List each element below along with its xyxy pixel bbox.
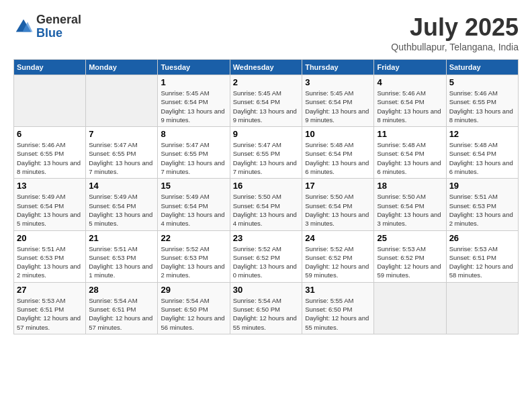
- day-cell: 14Sunrise: 5:49 AM Sunset: 6:54 PM Dayli…: [86, 179, 158, 230]
- week-row-2: 13Sunrise: 5:49 AM Sunset: 6:54 PM Dayli…: [14, 179, 519, 230]
- day-cell: 5Sunrise: 5:46 AM Sunset: 6:55 PM Daylig…: [446, 75, 518, 127]
- day-info: Sunrise: 5:52 AM Sunset: 6:52 PM Dayligh…: [233, 244, 299, 280]
- day-number: 30: [233, 285, 299, 295]
- day-number: 28: [89, 285, 154, 295]
- day-info: Sunrise: 5:48 AM Sunset: 6:54 PM Dayligh…: [377, 140, 443, 176]
- day-number: 2: [233, 77, 299, 87]
- logo: General Blue: [13, 13, 81, 40]
- day-cell: 24Sunrise: 5:52 AM Sunset: 6:52 PM Dayli…: [302, 230, 374, 282]
- day-number: 22: [161, 233, 226, 243]
- day-cell: 8Sunrise: 5:47 AM Sunset: 6:55 PM Daylig…: [158, 127, 230, 179]
- day-cell: 12Sunrise: 5:48 AM Sunset: 6:54 PM Dayli…: [446, 127, 518, 179]
- day-number: 12: [449, 129, 515, 139]
- day-cell: [374, 282, 446, 334]
- day-info: Sunrise: 5:51 AM Sunset: 6:53 PM Dayligh…: [89, 244, 154, 280]
- day-cell: 30Sunrise: 5:54 AM Sunset: 6:50 PM Dayli…: [230, 282, 302, 334]
- day-info: Sunrise: 5:53 AM Sunset: 6:52 PM Dayligh…: [377, 244, 443, 280]
- day-info: Sunrise: 5:48 AM Sunset: 6:54 PM Dayligh…: [305, 140, 371, 176]
- day-number: 9: [233, 129, 299, 139]
- day-info: Sunrise: 5:47 AM Sunset: 6:55 PM Dayligh…: [233, 140, 299, 176]
- header-cell-friday: Friday: [374, 60, 446, 75]
- day-cell: 17Sunrise: 5:50 AM Sunset: 6:54 PM Dayli…: [302, 179, 374, 230]
- day-info: Sunrise: 5:47 AM Sunset: 6:55 PM Dayligh…: [161, 140, 226, 176]
- day-info: Sunrise: 5:47 AM Sunset: 6:55 PM Dayligh…: [89, 140, 154, 176]
- day-cell: 29Sunrise: 5:54 AM Sunset: 6:50 PM Dayli…: [158, 282, 230, 334]
- day-info: Sunrise: 5:46 AM Sunset: 6:54 PM Dayligh…: [377, 89, 443, 124]
- day-cell: 16Sunrise: 5:50 AM Sunset: 6:54 PM Dayli…: [230, 179, 302, 230]
- header-cell-sunday: Sunday: [14, 60, 86, 75]
- day-cell: 27Sunrise: 5:53 AM Sunset: 6:51 PM Dayli…: [14, 282, 86, 334]
- day-cell: 28Sunrise: 5:54 AM Sunset: 6:51 PM Dayli…: [86, 282, 158, 334]
- day-number: 24: [305, 233, 371, 243]
- day-cell: 18Sunrise: 5:50 AM Sunset: 6:54 PM Dayli…: [374, 179, 446, 230]
- header-cell-wednesday: Wednesday: [230, 60, 302, 75]
- day-info: Sunrise: 5:53 AM Sunset: 6:51 PM Dayligh…: [449, 244, 515, 280]
- day-cell: 1Sunrise: 5:45 AM Sunset: 6:54 PM Daylig…: [158, 75, 230, 127]
- day-info: Sunrise: 5:46 AM Sunset: 6:55 PM Dayligh…: [17, 140, 83, 176]
- day-info: Sunrise: 5:51 AM Sunset: 6:53 PM Dayligh…: [449, 192, 515, 228]
- day-number: 20: [17, 233, 83, 243]
- week-row-4: 27Sunrise: 5:53 AM Sunset: 6:51 PM Dayli…: [14, 282, 519, 334]
- day-cell: 6Sunrise: 5:46 AM Sunset: 6:55 PM Daylig…: [14, 127, 86, 179]
- logo-text: General Blue: [36, 13, 81, 40]
- day-number: 18: [377, 181, 443, 191]
- title-block: July 2025 Quthbullapur, Telangana, India: [391, 13, 519, 52]
- day-number: 8: [161, 129, 226, 139]
- calendar-body: 1Sunrise: 5:45 AM Sunset: 6:54 PM Daylig…: [14, 75, 519, 334]
- day-info: Sunrise: 5:45 AM Sunset: 6:54 PM Dayligh…: [305, 89, 371, 124]
- day-info: Sunrise: 5:50 AM Sunset: 6:54 PM Dayligh…: [305, 192, 371, 228]
- day-cell: 13Sunrise: 5:49 AM Sunset: 6:54 PM Dayli…: [14, 179, 86, 230]
- day-cell: 19Sunrise: 5:51 AM Sunset: 6:53 PM Dayli…: [446, 179, 518, 230]
- day-number: 23: [233, 233, 299, 243]
- day-cell: 10Sunrise: 5:48 AM Sunset: 6:54 PM Dayli…: [302, 127, 374, 179]
- day-info: Sunrise: 5:52 AM Sunset: 6:52 PM Dayligh…: [305, 244, 371, 280]
- day-info: Sunrise: 5:49 AM Sunset: 6:54 PM Dayligh…: [161, 192, 226, 228]
- day-number: 14: [89, 181, 154, 191]
- day-info: Sunrise: 5:55 AM Sunset: 6:50 PM Dayligh…: [305, 296, 371, 332]
- day-info: Sunrise: 5:53 AM Sunset: 6:51 PM Dayligh…: [17, 296, 83, 332]
- day-cell: 25Sunrise: 5:53 AM Sunset: 6:52 PM Dayli…: [374, 230, 446, 282]
- logo-blue: Blue: [36, 27, 81, 40]
- day-cell: 2Sunrise: 5:45 AM Sunset: 6:54 PM Daylig…: [230, 75, 302, 127]
- day-cell: 11Sunrise: 5:48 AM Sunset: 6:54 PM Dayli…: [374, 127, 446, 179]
- header-cell-tuesday: Tuesday: [158, 60, 230, 75]
- header-row: SundayMondayTuesdayWednesdayThursdayFrid…: [14, 60, 519, 75]
- day-number: 13: [17, 181, 83, 191]
- calendar-table: SundayMondayTuesdayWednesdayThursdayFrid…: [13, 59, 519, 334]
- day-cell: 4Sunrise: 5:46 AM Sunset: 6:54 PM Daylig…: [374, 75, 446, 127]
- page-header: General Blue July 2025 Quthbullapur, Tel…: [13, 13, 519, 52]
- day-cell: 9Sunrise: 5:47 AM Sunset: 6:55 PM Daylig…: [230, 127, 302, 179]
- month-title: July 2025: [391, 13, 519, 42]
- day-cell: 3Sunrise: 5:45 AM Sunset: 6:54 PM Daylig…: [302, 75, 374, 127]
- week-row-1: 6Sunrise: 5:46 AM Sunset: 6:55 PM Daylig…: [14, 127, 519, 179]
- day-number: 29: [161, 285, 226, 295]
- day-info: Sunrise: 5:45 AM Sunset: 6:54 PM Dayligh…: [161, 89, 226, 124]
- day-info: Sunrise: 5:50 AM Sunset: 6:54 PM Dayligh…: [233, 192, 299, 228]
- day-info: Sunrise: 5:54 AM Sunset: 6:51 PM Dayligh…: [89, 296, 154, 332]
- day-number: 5: [449, 77, 515, 87]
- day-info: Sunrise: 5:54 AM Sunset: 6:50 PM Dayligh…: [161, 296, 226, 332]
- day-cell: [86, 75, 158, 127]
- day-number: 25: [377, 233, 443, 243]
- day-cell: 23Sunrise: 5:52 AM Sunset: 6:52 PM Dayli…: [230, 230, 302, 282]
- day-info: Sunrise: 5:49 AM Sunset: 6:54 PM Dayligh…: [17, 192, 83, 228]
- day-number: 16: [233, 181, 299, 191]
- logo-general: General: [36, 13, 81, 27]
- header-cell-thursday: Thursday: [302, 60, 374, 75]
- day-number: 27: [17, 285, 83, 295]
- day-number: 4: [377, 77, 443, 87]
- day-info: Sunrise: 5:48 AM Sunset: 6:54 PM Dayligh…: [449, 140, 515, 176]
- day-cell: 20Sunrise: 5:51 AM Sunset: 6:53 PM Dayli…: [14, 230, 86, 282]
- day-number: 21: [89, 233, 154, 243]
- week-row-3: 20Sunrise: 5:51 AM Sunset: 6:53 PM Dayli…: [14, 230, 519, 282]
- day-number: 6: [17, 129, 83, 139]
- day-number: 1: [161, 77, 226, 87]
- header-cell-monday: Monday: [86, 60, 158, 75]
- day-cell: [446, 282, 518, 334]
- day-number: 15: [161, 181, 226, 191]
- day-number: 19: [449, 181, 515, 191]
- day-info: Sunrise: 5:52 AM Sunset: 6:53 PM Dayligh…: [161, 244, 226, 280]
- day-cell: 7Sunrise: 5:47 AM Sunset: 6:55 PM Daylig…: [86, 127, 158, 179]
- day-number: 7: [89, 129, 154, 139]
- day-cell: 21Sunrise: 5:51 AM Sunset: 6:53 PM Dayli…: [86, 230, 158, 282]
